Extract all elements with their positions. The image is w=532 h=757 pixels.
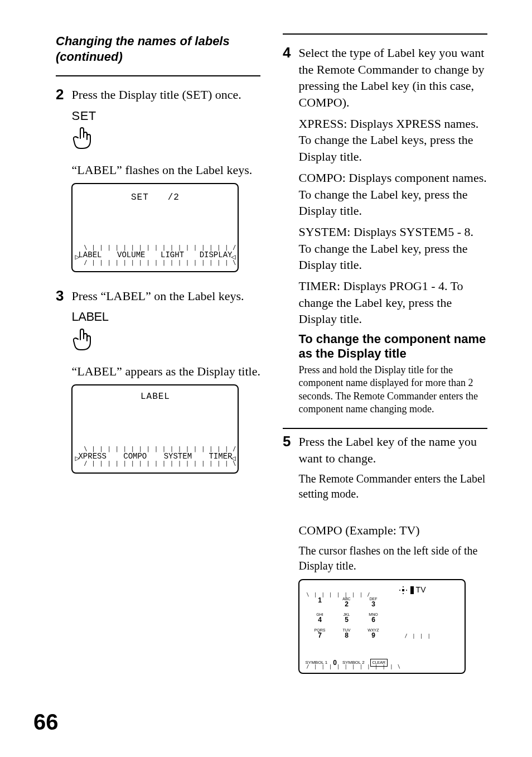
step-line: COMPO: Displays component names. To chan… <box>298 170 487 219</box>
compo-text: The cursor flashes on the left side of t… <box>298 543 487 573</box>
step-number: 5 <box>283 433 291 674</box>
keypad-key-5: JKL5 <box>335 613 357 626</box>
step-number: 4 <box>283 45 291 416</box>
arrow-left-icon: ▷ <box>75 454 79 464</box>
keypad-key-7: PQRS7 <box>308 628 331 642</box>
hand-press-icon <box>71 327 260 356</box>
keypad-key-1: 1 <box>308 597 331 610</box>
svg-point-0 <box>403 586 404 587</box>
step-line: SYSTEM: Displays SYSTEM5 - 8. To change … <box>298 224 487 273</box>
lcd-top-text: SET /2 <box>72 192 238 204</box>
lcd-screen-step2: SET /2 \ | | | | | | | | | | | | | | | |… <box>71 183 239 272</box>
ticks-icon: / | | | | | | | | | | | \ <box>306 664 401 671</box>
arrow-right-icon: ◁ <box>231 454 235 464</box>
keypad-key-9: WXYZ9 <box>362 628 384 642</box>
sub-text: Press and hold the Display title for the… <box>298 364 487 416</box>
keypad-key-4: GHI4 <box>308 613 331 626</box>
step-text: Select the type of Label key you want th… <box>298 45 487 111</box>
divider <box>283 33 487 35</box>
keypad-grid: 1 ABC2 DEF3 GHI4 JKL5 MNO6 PQRS7 TUV8 WX… <box>308 597 398 642</box>
step-line: TIMER: Displays PROG1 - 4. To change the… <box>298 278 487 327</box>
sub-heading: To change the component name as the Disp… <box>298 332 487 361</box>
step-4: 4 Select the type of Label key you want … <box>283 45 487 416</box>
lcd-screen-step3: LABEL \ | | | | | | | | | | | | | | | | … <box>71 384 239 474</box>
step-2: 2 Press the Display title (SET) once. SE… <box>56 86 260 282</box>
keyrow-ticks-bottom: / | | | | | | | | | | | | | | | | | | \ <box>76 261 234 265</box>
svg-point-1 <box>403 593 404 594</box>
lcd-top-text: LABEL <box>72 391 238 403</box>
svg-point-2 <box>399 590 400 591</box>
compo-title: COMPO (Example: TV) <box>298 522 487 539</box>
fig-label-label: LABEL <box>71 308 260 325</box>
lcd-screen-step5: TV \ | | | | | | | / 1 ABC2 DEF3 GHI4 JK… <box>298 579 466 674</box>
divider <box>56 75 260 76</box>
label-key: LABEL <box>78 250 101 261</box>
step-3: 3 Press “LABEL” on the Label keys. LABEL… <box>56 288 260 484</box>
step-line: The Remote Commander enters the Label se… <box>298 471 487 502</box>
step-number: 3 <box>56 288 64 484</box>
arrow-left-icon: ▷ <box>75 252 79 263</box>
step-5: 5 Press the Label key of the name you wa… <box>283 433 487 674</box>
step-line: XPRESS: Displays XPRESS names. To change… <box>298 115 487 165</box>
label-key: LIGHT <box>161 250 184 261</box>
page-number: 66 <box>33 710 59 735</box>
step-text: Press the Label key of the name you want… <box>298 433 487 466</box>
keypad-key-2: ABC2 <box>335 597 357 610</box>
arrow-right-icon: ◁ <box>231 252 235 263</box>
ticks-icon: / | | | <box>405 634 432 640</box>
divider <box>283 428 487 429</box>
svg-rect-4 <box>402 589 404 591</box>
step-caption: “LABEL” appears as the Display title. <box>71 363 260 380</box>
cursor-tv-indicator: TV <box>398 585 426 595</box>
svg-point-3 <box>406 590 407 591</box>
keyrow-ticks-bottom: / | | | | | | | | | | | | | | | | | | \ <box>76 461 234 466</box>
step-number: 2 <box>56 86 64 282</box>
section-heading: Changing the names of labels (continued) <box>56 33 260 64</box>
cursor-dots-icon <box>398 585 408 595</box>
keyrow-ticks-top: \ | | | | | | | | | | | | | | | | | | / <box>76 447 234 451</box>
cursor-block-icon <box>410 586 414 594</box>
step-text: Press the Display title (SET) once. <box>71 86 260 103</box>
step-caption: “LABEL” flashes on the Label keys. <box>71 162 260 179</box>
hand-press-icon <box>71 126 260 155</box>
fig-label-set: SET <box>71 108 260 124</box>
keypad-key-3: DEF3 <box>362 597 384 610</box>
label-key: VOLUME <box>117 250 145 261</box>
keypad-key-6: MNO6 <box>362 613 384 626</box>
keypad-key-8: TUV8 <box>335 628 357 642</box>
keyrow-ticks-top: \ | | | | | | | | | | | | | | | | | | / <box>76 245 234 250</box>
step-text: Press “LABEL” on the Label keys. <box>71 288 260 305</box>
tv-label: TV <box>416 585 426 595</box>
label-key: DISPLAY <box>200 250 233 261</box>
